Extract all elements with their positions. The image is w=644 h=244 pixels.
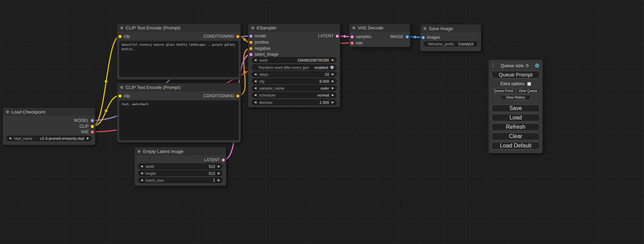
widget-scheduler[interactable]: ◀ scheduler normal ▶: [252, 92, 337, 98]
node-collapse-dot[interactable]: [423, 27, 426, 30]
model-input-dot[interactable]: [249, 35, 253, 38]
input-slot-latent-image[interactable]: latent_image: [249, 52, 279, 57]
prev-arrow-icon[interactable]: ◀: [254, 80, 256, 83]
node-graph-canvas[interactable]: Load Checkpoint MODEL CLIP VAE ◀ ckpt_na…: [0, 0, 644, 244]
prev-arrow-icon[interactable]: ◀: [254, 94, 256, 97]
node-ksampler[interactable]: KSampler model positive negative latent_…: [248, 24, 340, 107]
vae-input-dot[interactable]: [351, 42, 354, 45]
next-arrow-icon[interactable]: ▶: [332, 80, 334, 83]
node-clip-text-encode-positive[interactable]: CLIP Text Encode (Prompt) clip CONDITION…: [117, 24, 241, 80]
node-header[interactable]: Save Image: [420, 24, 481, 33]
negative-input-dot[interactable]: [249, 47, 253, 50]
extra-options-checkbox[interactable]: [527, 82, 531, 86]
output-slot-vae[interactable]: VAE: [81, 129, 94, 135]
node-save-image[interactable]: Save Image images filename_prefix ComfyU…: [420, 24, 481, 51]
output-slot-latent[interactable]: LATENT: [318, 33, 339, 39]
input-slot-model[interactable]: model: [249, 33, 266, 39]
next-arrow-icon[interactable]: ▶: [332, 73, 334, 76]
load-default-button[interactable]: Load Default: [492, 142, 540, 150]
widget-width[interactable]: ◀ width 512 ▶: [138, 163, 223, 169]
clip-input-dot[interactable]: [118, 94, 122, 98]
prev-arrow-icon[interactable]: ◀: [254, 73, 256, 76]
prompt-textarea[interactable]: beautiful scenery nature glass bottle la…: [119, 41, 239, 77]
prev-arrow-icon[interactable]: ◀: [254, 101, 256, 104]
refresh-button[interactable]: Refresh: [492, 123, 540, 131]
latent-input-dot[interactable]: [249, 53, 253, 56]
widget-height[interactable]: ◀ height 512 ▶: [138, 170, 223, 176]
save-button[interactable]: Save: [492, 105, 540, 112]
output-slot-conditioning[interactable]: CONDITIONING: [203, 93, 239, 99]
next-arrow-icon[interactable]: ▶: [218, 165, 220, 168]
queue-prompt-button[interactable]: Queue Prompt: [492, 71, 540, 79]
clip-input-dot[interactable]: [118, 35, 122, 38]
next-arrow-icon[interactable]: ▶: [218, 179, 220, 182]
node-load-checkpoint[interactable]: Load Checkpoint MODEL CLIP VAE ◀ ckpt_na…: [3, 108, 95, 145]
node-header[interactable]: KSampler: [248, 24, 340, 32]
output-slot-image[interactable]: IMAGE: [390, 34, 409, 39]
widget-random-seed-toggle[interactable]: Random seed after every gen enabled: [252, 64, 337, 70]
next-arrow-icon[interactable]: ▶: [332, 94, 334, 97]
toggle-indicator-icon[interactable]: [330, 65, 334, 69]
next-arrow-icon[interactable]: ▶: [332, 59, 334, 62]
widget-filename-prefix[interactable]: filename_prefix ComfyUI: [424, 41, 478, 46]
node-collapse-dot[interactable]: [251, 26, 254, 29]
image-output-dot[interactable]: [406, 35, 409, 38]
clip-output-dot[interactable]: [91, 125, 94, 128]
latent-output-dot[interactable]: [336, 35, 339, 38]
next-arrow-icon[interactable]: ▶: [87, 137, 89, 140]
widget-cfg[interactable]: ◀ cfg 8.000 ▶: [252, 78, 337, 84]
input-slot-images[interactable]: images: [422, 35, 440, 40]
node-collapse-dot[interactable]: [138, 150, 141, 153]
output-slot-latent[interactable]: LATENT: [204, 157, 225, 163]
latent-output-dot[interactable]: [222, 159, 225, 162]
node-clip-text-encode-negative[interactable]: CLIP Text Encode (Prompt) clip CONDITION…: [117, 83, 241, 143]
node-collapse-dot[interactable]: [6, 110, 9, 114]
input-slot-samples[interactable]: samples: [351, 34, 371, 39]
vae-output-dot[interactable]: [91, 130, 94, 134]
prev-arrow-icon[interactable]: ◀: [141, 179, 143, 182]
prev-arrow-icon[interactable]: ◀: [141, 172, 143, 175]
images-input-dot[interactable]: [422, 36, 425, 39]
clear-button[interactable]: Clear: [492, 133, 540, 140]
input-slot-negative[interactable]: negative: [249, 46, 270, 51]
widget-seed[interactable]: ◀ seed 156680208700286 ▶: [252, 57, 337, 63]
prev-arrow-icon[interactable]: ◀: [141, 165, 143, 168]
prompt-textarea[interactable]: text, watermark: [119, 100, 239, 140]
widget-batch-size[interactable]: ◀ batch_size 1 ▶: [138, 177, 223, 183]
output-slot-model[interactable]: MODEL: [74, 118, 94, 123]
node-collapse-dot[interactable]: [120, 86, 123, 89]
input-slot-positive[interactable]: positive: [249, 39, 269, 45]
input-slot-clip[interactable]: clip: [118, 93, 130, 99]
node-empty-latent-image[interactable]: Empty Latent Image LATENT ◀ width 512 ▶ …: [134, 147, 226, 186]
load-button[interactable]: Load: [492, 114, 540, 121]
node-vae-decode[interactable]: VAE Decode samples vae IMAGE: [349, 24, 410, 47]
prev-arrow-icon[interactable]: ◀: [254, 87, 256, 90]
settings-gear-icon[interactable]: [535, 63, 540, 68]
prev-arrow-icon[interactable]: ◀: [9, 137, 11, 140]
input-slot-clip[interactable]: clip: [118, 34, 130, 39]
next-arrow-icon[interactable]: ▶: [332, 87, 334, 90]
drag-handle-icon[interactable]: ⣿: [492, 63, 494, 68]
queue-menu-panel[interactable]: ⣿ Queue size: 0 Queue Prompt Extra optio…: [488, 60, 543, 153]
widget-sampler-name[interactable]: ◀ sampler_name euler ▶: [252, 85, 337, 91]
node-header[interactable]: Empty Latent Image: [134, 147, 226, 155]
queue-front-button[interactable]: Queue Front: [492, 88, 515, 93]
next-arrow-icon[interactable]: ▶: [332, 101, 334, 104]
next-arrow-icon[interactable]: ▶: [218, 172, 220, 175]
widget-ckpt-name[interactable]: ◀ ckpt_name v1-5-pruned-emaonly.ckpt ▶: [6, 136, 92, 141]
widget-denoise[interactable]: ◀ denoise 1.000 ▶: [252, 99, 337, 105]
widget-steps[interactable]: ◀ steps 20 ▶: [252, 71, 337, 77]
node-header[interactable]: Load Checkpoint: [3, 108, 95, 116]
node-collapse-dot[interactable]: [352, 26, 355, 29]
model-output-dot[interactable]: [91, 119, 94, 122]
output-slot-clip[interactable]: CLIP: [79, 124, 94, 129]
view-history-button[interactable]: View History: [501, 95, 531, 100]
output-slot-conditioning[interactable]: CONDITIONING: [203, 34, 239, 39]
samples-input-dot[interactable]: [351, 35, 354, 38]
input-slot-vae[interactable]: vae: [351, 40, 362, 46]
node-header[interactable]: CLIP Text Encode (Prompt): [117, 24, 241, 32]
node-header[interactable]: VAE Decode: [349, 24, 410, 32]
prev-arrow-icon[interactable]: ◀: [254, 59, 256, 62]
conditioning-output-dot[interactable]: [236, 94, 239, 98]
node-collapse-dot[interactable]: [120, 26, 123, 29]
